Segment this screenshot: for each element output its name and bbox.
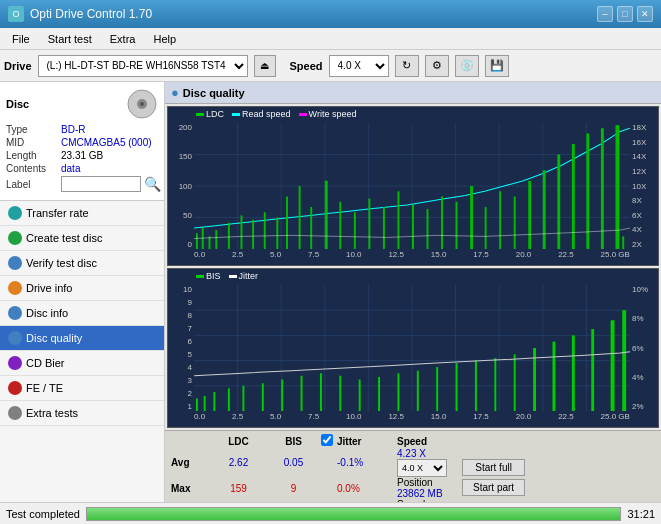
read-speed-dot	[232, 113, 240, 116]
svg-rect-77	[417, 371, 419, 411]
disc-quality-label: Disc quality	[26, 332, 82, 344]
sidebar-item-fe-te[interactable]: FE / TE	[0, 376, 164, 401]
svg-rect-23	[264, 212, 266, 249]
svg-rect-84	[552, 342, 555, 411]
svg-rect-71	[301, 376, 303, 411]
transfer-rate-icon	[8, 206, 22, 220]
sidebar-item-verify-test-disc[interactable]: Verify test disc	[0, 251, 164, 276]
save-button[interactable]: 💾	[485, 55, 509, 77]
disc-quality-icon	[8, 331, 22, 345]
position-label: Position	[397, 477, 433, 488]
eject-button[interactable]: ⏏	[254, 55, 276, 77]
verify-test-disc-icon	[8, 256, 22, 270]
svg-rect-45	[572, 144, 575, 249]
sidebar-item-extra-tests[interactable]: Extra tests	[0, 401, 164, 426]
create-test-disc-icon	[8, 231, 22, 245]
chart1-y-axis-right: 18X 16X 14X 12X 10X 8X 6X 4X 2X	[630, 123, 658, 249]
disc-button[interactable]: 💿	[455, 55, 479, 77]
chart2-y-axis-left: 10 9 8 7 6 5 4 3 2 1	[168, 285, 194, 411]
start-part-button[interactable]: Start part	[462, 479, 525, 496]
progress-bar	[86, 507, 621, 521]
jitter-checkbox[interactable]	[321, 434, 333, 446]
disc-label-input[interactable]	[61, 176, 141, 192]
ldc-label: LDC	[206, 109, 224, 119]
svg-rect-80	[475, 361, 477, 411]
svg-rect-85	[572, 335, 575, 411]
jitter-label: Jitter	[239, 271, 259, 281]
drive-info-label: Drive info	[26, 282, 72, 294]
start-buttons: Start full Start part	[462, 459, 525, 496]
contents-label: Contents	[6, 163, 61, 174]
menu-help[interactable]: Help	[145, 31, 184, 47]
svg-rect-42	[528, 181, 531, 249]
svg-rect-24	[276, 218, 278, 250]
jitter-dot	[229, 275, 237, 278]
verify-test-disc-label: Verify test disc	[26, 257, 97, 269]
close-button[interactable]: ✕	[637, 6, 653, 22]
app-icon: O	[8, 6, 24, 22]
svg-rect-36	[441, 197, 443, 250]
label-search-icon[interactable]: 🔍	[144, 176, 161, 192]
avg-ldc-val: 2.62	[211, 448, 266, 477]
speed-value: 4.23 X	[397, 448, 426, 459]
status-text: Test completed	[6, 508, 80, 520]
menu-extra[interactable]: Extra	[102, 31, 144, 47]
drive-label: Drive	[4, 60, 32, 72]
sidebar-item-disc-quality[interactable]: Disc quality	[0, 326, 164, 351]
svg-rect-66	[213, 392, 215, 411]
max-bis-val: 9	[266, 477, 321, 499]
svg-rect-30	[354, 212, 356, 249]
svg-rect-38	[470, 186, 473, 249]
svg-rect-67	[228, 388, 230, 411]
svg-rect-25	[286, 197, 288, 250]
svg-rect-34	[412, 205, 414, 249]
sidebar-item-drive-info[interactable]: Drive info	[0, 276, 164, 301]
speed-select[interactable]: 4.0 X	[329, 55, 389, 77]
chart2-legend: BIS Jitter	[196, 271, 258, 281]
bis-label: BIS	[206, 271, 221, 281]
jitter-col-header: Jitter	[337, 434, 397, 448]
speed-label: Speed	[290, 60, 323, 72]
sidebar-item-transfer-rate[interactable]: Transfer rate	[0, 201, 164, 226]
window-controls: – □ ✕	[597, 6, 653, 22]
svg-rect-40	[499, 191, 501, 249]
refresh-button[interactable]: ↻	[395, 55, 419, 77]
cd-bier-icon	[8, 356, 22, 370]
sidebar-item-create-test-disc[interactable]: Create test disc	[0, 226, 164, 251]
sidebar-item-disc-info[interactable]: Disc info	[0, 301, 164, 326]
app-title: Opti Drive Control 1.70	[30, 7, 152, 21]
minimize-button[interactable]: –	[597, 6, 613, 22]
maximize-button[interactable]: □	[617, 6, 633, 22]
svg-rect-64	[196, 398, 198, 411]
content-area: ● Disc quality LDC Read speed	[165, 82, 661, 524]
type-label: Type	[6, 124, 61, 135]
create-test-disc-label: Create test disc	[26, 232, 102, 244]
speed-select-stats[interactable]: 4.0 X	[397, 459, 447, 477]
progress-fill	[87, 508, 620, 520]
menu-start-test[interactable]: Start test	[40, 31, 100, 47]
disc-icon	[126, 88, 158, 120]
settings-button[interactable]: ⚙	[425, 55, 449, 77]
sidebar-item-cd-bier[interactable]: CD Bier	[0, 351, 164, 376]
start-full-button[interactable]: Start full	[462, 459, 525, 476]
statusbar: Test completed 31:21	[0, 502, 661, 524]
menu-file[interactable]: File	[4, 31, 38, 47]
drive-select[interactable]: (L:) HL-DT-ST BD-RE WH16NS58 TST4	[38, 55, 248, 77]
svg-rect-37	[456, 202, 458, 249]
svg-rect-87	[611, 320, 615, 411]
transfer-rate-label: Transfer rate	[26, 207, 89, 219]
disc-panel-title: Disc	[6, 98, 29, 110]
position-val: 23862 MB	[397, 488, 443, 499]
fe-te-label: FE / TE	[26, 382, 63, 394]
legend-jitter: Jitter	[229, 271, 259, 281]
titlebar-left: O Opti Drive Control 1.70	[8, 6, 152, 22]
menubar: File Start test Extra Help	[0, 28, 661, 50]
chart1-y-axis-left: 200 150 100 50 0	[168, 123, 194, 249]
main-area: Disc Type BD-R MID CMCMAGBA5 (000) Lengt…	[0, 82, 661, 524]
svg-rect-76	[397, 373, 399, 411]
svg-rect-20	[228, 223, 230, 249]
avg-bis-val: 0.05	[266, 448, 321, 477]
svg-rect-32	[383, 207, 385, 249]
sidebar: Disc Type BD-R MID CMCMAGBA5 (000) Lengt…	[0, 82, 165, 524]
svg-rect-69	[262, 383, 264, 411]
